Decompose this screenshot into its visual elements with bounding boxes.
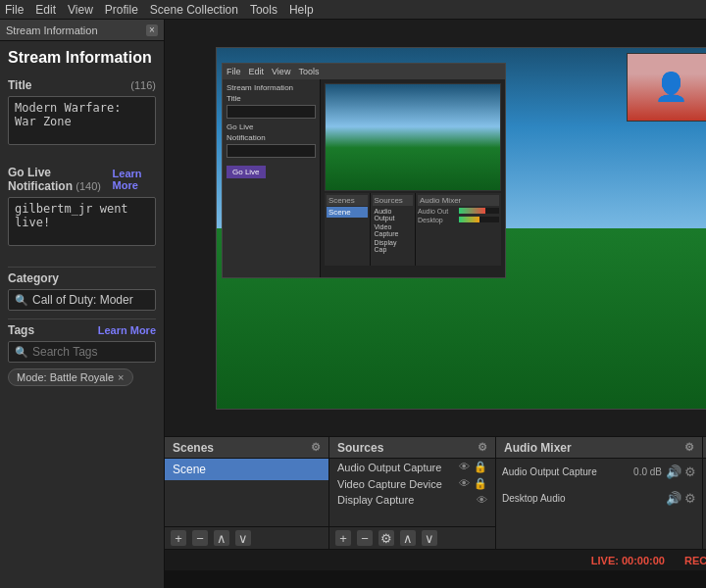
menu-profile[interactable]: Profile [105, 3, 138, 17]
mixer-ch1-mute-icon[interactable]: 🔊 [666, 465, 681, 479]
category-label-row: Category [8, 271, 156, 285]
title-section: Title (116) Modern Warfare: War Zone [8, 78, 156, 158]
title-label: Title [8, 78, 31, 92]
nested-go-live-btn[interactable]: Go Live [227, 166, 266, 178]
menu-tools[interactable]: Tools [250, 3, 277, 17]
stream-info-heading: Stream Information [8, 49, 156, 67]
source-lock-icon-1[interactable]: 🔒 [474, 461, 487, 473]
nested-go-live-input [227, 144, 316, 158]
tag-chip-battle-royale: Mode: Battle Royale × [8, 368, 133, 386]
sources-add-btn[interactable]: + [335, 530, 351, 546]
mixer-panel-header: Audio Mixer ⚙ [496, 437, 702, 459]
mixer-ch1-settings-icon[interactable]: ⚙ [684, 465, 696, 479]
sources-settings-btn[interactable]: ⚙ [378, 530, 394, 546]
panel-close-button[interactable]: × [146, 24, 158, 36]
mixer-channel-1: Audio Output Capture 0.0 dB 🔊 ⚙ [496, 463, 702, 481]
sources-up-btn[interactable]: ∧ [400, 530, 416, 546]
source-item-3[interactable]: Display Capture 👁 [329, 492, 495, 508]
main-layout: Stream Information × Stream Information … [0, 20, 706, 588]
stream-info-content: Stream Information Title (116) Modern Wa… [0, 41, 164, 588]
source-icons-1: 👁 🔒 [459, 461, 487, 473]
nested-obs-body: Stream Information Title Go Live Notific… [223, 79, 505, 277]
go-live-learn-more[interactable]: Learn More [113, 168, 156, 191]
stream-info-panel: Stream Information × Stream Information … [0, 20, 165, 588]
title-label-row: Title (116) [8, 78, 156, 92]
nested-mixer-ch2: Desktop [418, 217, 499, 223]
preview-area: File Edit View Tools Stream Information … [165, 20, 706, 588]
scene-item-1[interactable]: Scene [165, 459, 328, 480]
status-live-time: 00:00:00 [622, 555, 665, 566]
go-live-input[interactable]: gilbertm_jr went live! [8, 197, 156, 246]
divider-2 [8, 318, 156, 319]
category-input[interactable] [32, 293, 164, 307]
nested-obs-left-panel: Stream Information Title Go Live Notific… [223, 79, 321, 277]
nested-scenes-mini: Scenes Scene [325, 193, 371, 266]
nested-obs-window: File Edit View Tools Stream Information … [222, 63, 506, 278]
nested-menu-tools: Tools [298, 67, 319, 76]
mixer-ch2-settings-icon[interactable]: ⚙ [684, 491, 696, 506]
mixer-ch1-controls: 🔊 ⚙ [666, 465, 696, 479]
source-item-2[interactable]: Video Capture Device 👁 🔒 [329, 475, 495, 492]
scenes-up-btn[interactable]: ∧ [214, 530, 229, 546]
sources-remove-btn[interactable]: − [357, 530, 373, 546]
category-label: Category [8, 271, 59, 285]
tag-chip-remove[interactable]: × [118, 371, 124, 383]
menu-view[interactable]: View [68, 3, 93, 17]
category-section: Category 🔍 [8, 271, 156, 311]
mixer-ch2-label: Desktop Audio [502, 493, 620, 504]
sources-panel-icon: ⚙ [478, 441, 487, 454]
scenes-panel-icon: ⚙ [311, 441, 321, 454]
source-lock-icon-2[interactable]: 🔒 [474, 477, 487, 490]
title-input[interactable]: Modern Warfare: War Zone [8, 96, 156, 145]
sources-down-btn[interactable]: ∨ [422, 530, 437, 546]
source-visibility-icon-2[interactable]: 👁 [459, 477, 470, 490]
go-live-label: Go Live Notification [8, 166, 73, 193]
source-name-3: Display Capture [337, 494, 414, 506]
tag-chip-label: Mode: Battle Royale [17, 371, 114, 383]
nested-mixer-ch1: Audio Out [418, 208, 499, 215]
webcam-person: 👤 [628, 54, 706, 121]
menu-scene-collection[interactable]: Scene Collection [150, 3, 238, 17]
menu-file[interactable]: File [5, 3, 24, 17]
tags-search-wrap: 🔍 [8, 341, 156, 363]
scenes-panel-label: Scenes [173, 441, 214, 455]
tags-search-input[interactable] [32, 345, 164, 359]
go-live-char-count: (140) [76, 180, 101, 192]
nested-obs-right-panel: Scenes Scene Sources Audio Output Video … [321, 79, 505, 277]
mixer-panel-icon: ⚙ [684, 441, 694, 454]
menu-help[interactable]: Help [289, 3, 314, 17]
scenes-remove-btn[interactable]: − [192, 530, 208, 546]
scenes-add-btn[interactable]: + [171, 530, 186, 546]
source-name-1: Audio Output Capture [337, 462, 441, 473]
status-bar: LIVE: 00:00:00 REC: 00:00:00 [165, 549, 706, 570]
source-item-1[interactable]: Audio Output Capture 👁 🔒 [329, 459, 495, 475]
menu-edit[interactable]: Edit [35, 3, 56, 17]
nested-bottom-panels: Scenes Scene Sources Audio Output Video … [325, 193, 501, 266]
webcam-overlay: 👤 [627, 53, 706, 122]
scenes-panel-header: Scenes ⚙ [165, 437, 328, 459]
source-visibility-icon-3[interactable]: 👁 [477, 494, 487, 506]
mixer-channel-2: Desktop Audio 🔊 ⚙ [496, 489, 702, 508]
panel-titlebar: Stream Information × [0, 20, 164, 41]
nested-preview [325, 83, 501, 191]
source-visibility-icon-1[interactable]: 👁 [459, 461, 470, 473]
scenes-list: Scene [165, 459, 328, 480]
mixer-ch1-db: 0.0 dB [628, 466, 662, 477]
category-search-wrap: 🔍 [8, 289, 156, 311]
title-char-count: (116) [130, 79, 156, 91]
sources-panel-label: Sources [337, 441, 383, 455]
scenes-down-btn[interactable]: ∨ [235, 530, 251, 546]
nested-sources-mini: Sources Audio Output Video Capture Displ… [371, 193, 417, 266]
mixer-ch2-controls: 🔊 ⚙ [666, 491, 696, 506]
obs-screenshot: File Edit View Tools Stream Information … [216, 47, 706, 410]
preview-inner: File Edit View Tools Stream Information … [165, 20, 706, 436]
nested-field-title: Title [227, 94, 316, 103]
nested-title-input [227, 105, 316, 119]
sources-list: Audio Output Capture 👁 🔒 Video Capture D… [329, 459, 495, 508]
mixer-ch2-mute-icon[interactable]: 🔊 [666, 491, 681, 506]
mixer-ch1-label: Audio Output Capture [502, 466, 620, 477]
tags-learn-more[interactable]: Learn More [98, 324, 156, 336]
scenes-toolbar: + − ∧ ∨ [165, 526, 328, 549]
nested-go-live-label: Go Live [227, 122, 316, 131]
bottom-section: Scenes ⚙ Scene + − ∧ ∨ [165, 436, 706, 588]
